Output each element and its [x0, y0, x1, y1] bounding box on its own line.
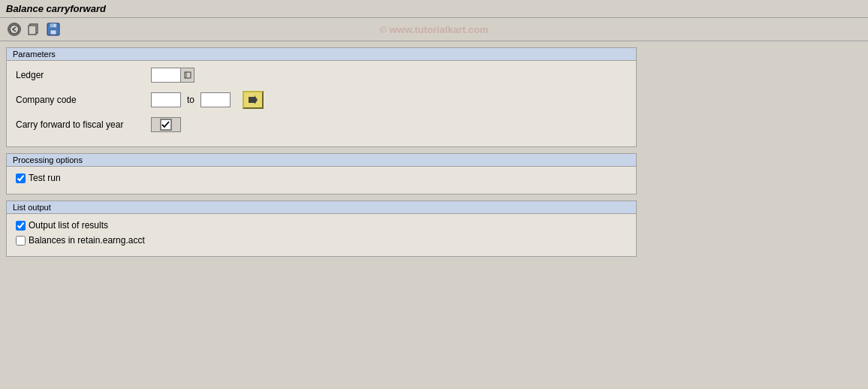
processing-options-header: Processing options [7, 154, 636, 167]
processing-options-section: Processing options Test run [6, 153, 637, 194]
test-run-checkbox[interactable] [16, 173, 26, 183]
test-run-label: Test run [29, 173, 61, 183]
watermark: © www.tutorialkart.com [380, 24, 489, 35]
svg-rect-7 [185, 72, 191, 78]
page-title: Balance carryforward [6, 3, 106, 14]
parameters-section: Parameters Ledger Company code to [6, 47, 637, 147]
company-code-from-input[interactable] [151, 92, 181, 107]
svg-rect-2 [29, 26, 36, 35]
list-output-body: Output list of results Balances in retai… [7, 214, 636, 256]
clock-toolbar-icon[interactable] [6, 21, 23, 38]
title-bar: Balance carryforward [0, 0, 868, 18]
svg-rect-5 [50, 30, 56, 35]
list-output-header: List output [7, 201, 636, 214]
copy-icon [27, 23, 41, 36]
to-label: to [187, 95, 194, 105]
company-code-label: Company code [16, 95, 151, 105]
ledger-input[interactable] [151, 68, 181, 83]
save-icon [47, 23, 60, 36]
processing-options-body: Test run [7, 167, 636, 194]
arrow-right-icon [247, 95, 259, 105]
checkbox-checked-icon [160, 119, 172, 131]
output-list-row: Output list of results [16, 220, 627, 231]
balances-row: Balances in retain.earng.acct [16, 235, 627, 246]
company-code-row: Company code to [16, 91, 627, 109]
ledger-picker-button[interactable] [181, 68, 194, 83]
parameters-body: Ledger Company code to [7, 61, 636, 146]
arrow-button[interactable] [243, 91, 264, 109]
carry-forward-row: Carry forward to fiscal year [16, 116, 627, 133]
toolbar: © www.tutorialkart.com [0, 18, 868, 41]
back-icon [8, 23, 21, 36]
output-list-checkbox[interactable] [16, 221, 26, 231]
balances-label: Balances in retain.earng.acct [29, 235, 145, 246]
svg-point-0 [10, 25, 19, 34]
main-content: Parameters Ledger Company code to [0, 41, 868, 269]
balances-checkbox[interactable] [16, 236, 26, 246]
picker-icon [184, 71, 191, 79]
carry-forward-label: Carry forward to fiscal year [16, 119, 151, 130]
company-code-to-input[interactable] [200, 92, 231, 107]
parameters-header: Parameters [7, 48, 636, 61]
carry-forward-display [151, 117, 181, 132]
output-list-label: Output list of results [29, 220, 108, 231]
copy-toolbar-icon[interactable] [26, 21, 42, 38]
svg-rect-4 [50, 23, 57, 28]
test-run-row: Test run [16, 173, 627, 183]
save-toolbar-icon[interactable] [45, 21, 62, 38]
ledger-row: Ledger [16, 67, 627, 83]
ledger-label: Ledger [16, 70, 151, 80]
list-output-section: List output Output list of results Balan… [6, 201, 637, 257]
svg-rect-6 [54, 24, 56, 27]
svg-marker-9 [249, 95, 258, 104]
